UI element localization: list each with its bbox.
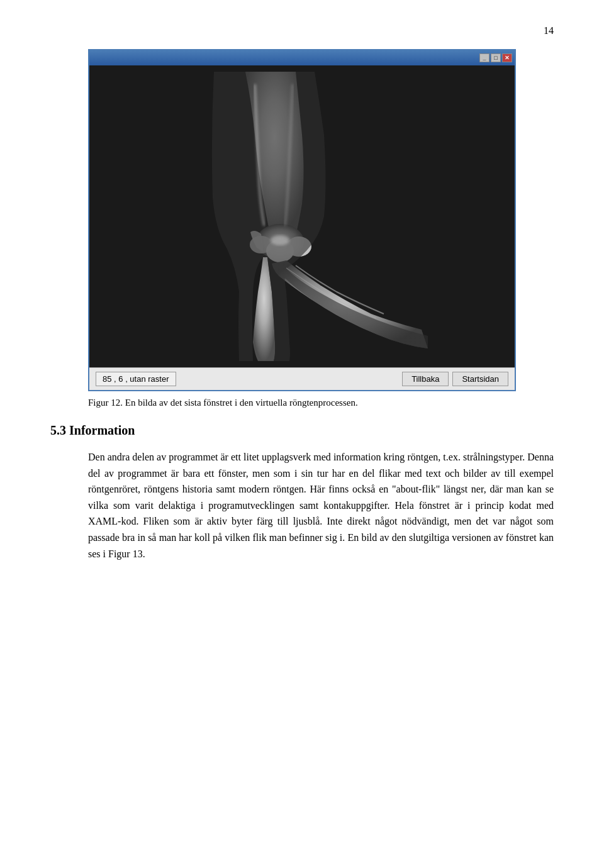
svg-point-5 [271,235,289,245]
home-button[interactable]: Startsidan [452,372,508,386]
back-button[interactable]: Tillbaka [402,372,449,386]
window-frame: _ □ ✕ [88,49,516,391]
bottom-buttons: Tillbaka Startsidan [402,372,508,386]
section-heading: 5.3 Information [50,423,554,438]
info-label: 85 , 6 , utan raster [96,372,176,386]
xray-image [89,65,515,367]
window-bottom-bar: 85 , 6 , utan raster Tillbaka Startsidan [89,367,515,390]
window-titlebar: _ □ ✕ [89,50,515,65]
minimize-button[interactable]: _ [479,53,489,62]
figure-caption: Figur 12. En bilda av det sista fönstret… [88,398,516,408]
close-button[interactable]: ✕ [502,53,512,62]
maximize-button[interactable]: □ [491,53,501,62]
body-paragraph-1: Den andra delen av programmet är ett lit… [88,449,554,562]
window-controls: _ □ ✕ [479,53,512,62]
figure-container: _ □ ✕ [50,49,554,408]
page-number: 14 [50,25,554,36]
